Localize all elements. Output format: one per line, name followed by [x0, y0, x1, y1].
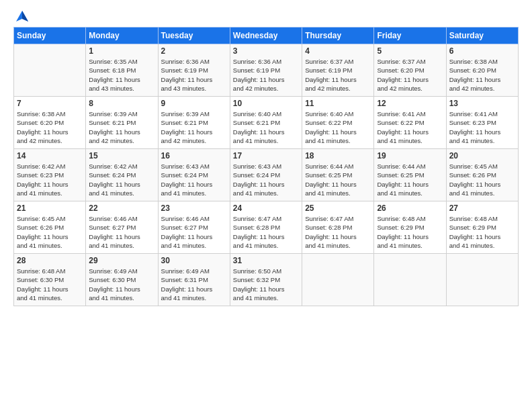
day-info: Sunrise: 6:48 AM Sunset: 6:30 PM Dayligh…	[17, 267, 83, 302]
day-number: 22	[89, 203, 154, 213]
weekday-tuesday: Tuesday	[158, 28, 230, 44]
calendar-week-5: 28Sunrise: 6:48 AM Sunset: 6:30 PM Dayli…	[14, 254, 519, 306]
day-number: 2	[161, 46, 227, 56]
weekday-thursday: Thursday	[302, 28, 374, 44]
day-number: 5	[377, 46, 443, 56]
day-info: Sunrise: 6:45 AM Sunset: 6:26 PM Dayligh…	[449, 162, 515, 197]
day-info: Sunrise: 6:42 AM Sunset: 6:24 PM Dayligh…	[89, 162, 154, 197]
day-number: 18	[305, 151, 371, 161]
calendar-cell	[302, 254, 374, 306]
calendar-cell	[374, 254, 446, 306]
day-number: 31	[233, 256, 299, 265]
calendar-cell: 31Sunrise: 6:50 AM Sunset: 6:32 PM Dayli…	[230, 254, 302, 306]
calendar-week-4: 21Sunrise: 6:45 AM Sunset: 6:26 PM Dayli…	[14, 201, 519, 254]
day-info: Sunrise: 6:36 AM Sunset: 6:19 PM Dayligh…	[161, 57, 227, 93]
day-number: 11	[305, 99, 371, 108]
day-info: Sunrise: 6:41 AM Sunset: 6:22 PM Dayligh…	[377, 109, 443, 145]
day-number: 21	[17, 203, 83, 213]
calendar-week-2: 7Sunrise: 6:38 AM Sunset: 6:20 PM Daylig…	[14, 97, 519, 149]
day-number: 17	[233, 151, 299, 161]
day-number: 8	[89, 99, 154, 108]
logo-icon	[15, 9, 30, 24]
day-info: Sunrise: 6:39 AM Sunset: 6:21 PM Dayligh…	[161, 109, 227, 145]
day-info: Sunrise: 6:48 AM Sunset: 6:29 PM Dayligh…	[449, 214, 515, 250]
day-info: Sunrise: 6:46 AM Sunset: 6:27 PM Dayligh…	[161, 214, 227, 250]
day-number: 16	[161, 151, 227, 161]
calendar-cell: 27Sunrise: 6:48 AM Sunset: 6:29 PM Dayli…	[446, 201, 518, 254]
weekday-saturday: Saturday	[446, 28, 518, 44]
day-info: Sunrise: 6:40 AM Sunset: 6:22 PM Dayligh…	[305, 109, 371, 145]
day-number: 19	[377, 151, 443, 161]
day-info: Sunrise: 6:37 AM Sunset: 6:19 PM Dayligh…	[305, 57, 371, 93]
calendar-cell: 13Sunrise: 6:41 AM Sunset: 6:23 PM Dayli…	[446, 97, 518, 149]
day-info: Sunrise: 6:39 AM Sunset: 6:21 PM Dayligh…	[89, 109, 154, 145]
calendar-cell: 24Sunrise: 6:47 AM Sunset: 6:28 PM Dayli…	[230, 201, 302, 254]
calendar-cell: 6Sunrise: 6:38 AM Sunset: 6:20 PM Daylig…	[446, 44, 518, 97]
day-info: Sunrise: 6:44 AM Sunset: 6:25 PM Dayligh…	[377, 162, 443, 197]
day-info: Sunrise: 6:43 AM Sunset: 6:24 PM Dayligh…	[161, 162, 227, 197]
day-info: Sunrise: 6:38 AM Sunset: 6:20 PM Dayligh…	[17, 109, 83, 145]
day-info: Sunrise: 6:49 AM Sunset: 6:31 PM Dayligh…	[161, 267, 227, 302]
day-info: Sunrise: 6:46 AM Sunset: 6:27 PM Dayligh…	[89, 214, 154, 250]
calendar-cell: 16Sunrise: 6:43 AM Sunset: 6:24 PM Dayli…	[158, 149, 230, 201]
calendar-cell: 18Sunrise: 6:44 AM Sunset: 6:25 PM Dayli…	[302, 149, 374, 201]
calendar-body: 1Sunrise: 6:35 AM Sunset: 6:18 PM Daylig…	[14, 44, 519, 306]
day-info: Sunrise: 6:40 AM Sunset: 6:21 PM Dayligh…	[233, 109, 299, 145]
day-number: 15	[89, 151, 154, 161]
day-info: Sunrise: 6:38 AM Sunset: 6:20 PM Dayligh…	[449, 57, 515, 93]
day-info: Sunrise: 6:48 AM Sunset: 6:29 PM Dayligh…	[377, 214, 443, 250]
weekday-friday: Friday	[374, 28, 446, 44]
calendar-cell: 7Sunrise: 6:38 AM Sunset: 6:20 PM Daylig…	[14, 97, 86, 149]
day-number: 24	[233, 203, 299, 213]
weekday-monday: Monday	[86, 28, 158, 44]
calendar-cell: 15Sunrise: 6:42 AM Sunset: 6:24 PM Dayli…	[86, 149, 158, 201]
calendar-cell: 28Sunrise: 6:48 AM Sunset: 6:30 PM Dayli…	[14, 254, 86, 306]
logo	[13, 12, 30, 21]
day-number: 4	[305, 46, 371, 56]
day-info: Sunrise: 6:35 AM Sunset: 6:18 PM Dayligh…	[89, 57, 154, 93]
day-number: 26	[377, 203, 443, 213]
day-info: Sunrise: 6:47 AM Sunset: 6:28 PM Dayligh…	[233, 214, 299, 250]
day-number: 14	[17, 151, 83, 161]
day-info: Sunrise: 6:47 AM Sunset: 6:28 PM Dayligh…	[305, 214, 371, 250]
calendar-cell: 8Sunrise: 6:39 AM Sunset: 6:21 PM Daylig…	[86, 97, 158, 149]
day-number: 12	[377, 99, 443, 108]
calendar-cell: 17Sunrise: 6:43 AM Sunset: 6:24 PM Dayli…	[230, 149, 302, 201]
weekday-sunday: Sunday	[14, 28, 86, 44]
weekday-wednesday: Wednesday	[230, 28, 302, 44]
day-info: Sunrise: 6:37 AM Sunset: 6:20 PM Dayligh…	[377, 57, 443, 93]
day-number: 27	[449, 203, 515, 213]
day-info: Sunrise: 6:45 AM Sunset: 6:26 PM Dayligh…	[17, 214, 83, 250]
calendar-cell: 1Sunrise: 6:35 AM Sunset: 6:18 PM Daylig…	[86, 44, 158, 97]
day-info: Sunrise: 6:42 AM Sunset: 6:23 PM Dayligh…	[17, 162, 83, 197]
day-number: 10	[233, 99, 299, 108]
day-number: 3	[233, 46, 299, 56]
day-number: 23	[161, 203, 227, 213]
day-number: 20	[449, 151, 515, 161]
day-info: Sunrise: 6:43 AM Sunset: 6:24 PM Dayligh…	[233, 162, 299, 197]
day-number: 6	[449, 46, 515, 56]
calendar-cell: 11Sunrise: 6:40 AM Sunset: 6:22 PM Dayli…	[302, 97, 374, 149]
calendar-cell: 22Sunrise: 6:46 AM Sunset: 6:27 PM Dayli…	[86, 201, 158, 254]
day-info: Sunrise: 6:44 AM Sunset: 6:25 PM Dayligh…	[305, 162, 371, 197]
calendar-cell: 23Sunrise: 6:46 AM Sunset: 6:27 PM Dayli…	[158, 201, 230, 254]
calendar-cell: 10Sunrise: 6:40 AM Sunset: 6:21 PM Dayli…	[230, 97, 302, 149]
calendar-cell: 19Sunrise: 6:44 AM Sunset: 6:25 PM Dayli…	[374, 149, 446, 201]
day-info: Sunrise: 6:36 AM Sunset: 6:19 PM Dayligh…	[233, 57, 299, 93]
calendar-cell: 30Sunrise: 6:49 AM Sunset: 6:31 PM Dayli…	[158, 254, 230, 306]
calendar-cell	[446, 254, 518, 306]
day-number: 30	[161, 256, 227, 265]
day-info: Sunrise: 6:50 AM Sunset: 6:32 PM Dayligh…	[233, 267, 299, 302]
calendar-cell: 26Sunrise: 6:48 AM Sunset: 6:29 PM Dayli…	[374, 201, 446, 254]
calendar-table: SundayMondayTuesdayWednesdayThursdayFrid…	[13, 27, 519, 306]
header	[13, 12, 519, 21]
day-number: 1	[89, 46, 154, 56]
calendar-cell	[14, 44, 86, 97]
calendar-cell: 21Sunrise: 6:45 AM Sunset: 6:26 PM Dayli…	[14, 201, 86, 254]
calendar-cell: 29Sunrise: 6:49 AM Sunset: 6:30 PM Dayli…	[86, 254, 158, 306]
day-number: 9	[161, 99, 227, 108]
day-info: Sunrise: 6:41 AM Sunset: 6:23 PM Dayligh…	[449, 109, 515, 145]
day-info: Sunrise: 6:49 AM Sunset: 6:30 PM Dayligh…	[89, 267, 154, 302]
calendar-cell: 25Sunrise: 6:47 AM Sunset: 6:28 PM Dayli…	[302, 201, 374, 254]
calendar-cell: 9Sunrise: 6:39 AM Sunset: 6:21 PM Daylig…	[158, 97, 230, 149]
